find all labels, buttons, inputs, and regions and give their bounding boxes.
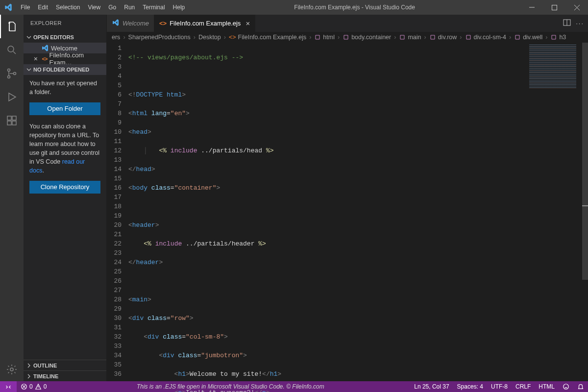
window-minimize-button[interactable] xyxy=(520,0,543,15)
svg-point-12 xyxy=(564,384,569,390)
sidebar-title: EXPLORER xyxy=(24,15,106,32)
chevron-right-icon xyxy=(25,362,32,369)
window-title: FileInfo.com Example.ejs - Visual Studio… xyxy=(189,4,520,11)
more-actions-icon[interactable]: ··· xyxy=(576,20,584,27)
section-timeline-label: TIMELINE xyxy=(33,373,58,379)
code-token: <!-- views/pages/about.ejs --> xyxy=(128,54,243,61)
window-close-button[interactable] xyxy=(565,0,588,15)
svg-point-4 xyxy=(14,73,16,75)
status-feedback-icon[interactable] xyxy=(559,381,573,392)
editor-group: Welcome <> FileInfo.com Example.ejs × ··… xyxy=(107,15,588,381)
split-editor-icon[interactable] xyxy=(563,19,571,28)
menu-edit[interactable]: Edit xyxy=(34,0,52,15)
activity-run-debug-icon[interactable] xyxy=(0,85,24,109)
status-language[interactable]: HTML xyxy=(535,381,559,392)
menu-file[interactable]: File xyxy=(17,0,34,15)
menu-run[interactable]: Run xyxy=(120,0,139,15)
close-icon[interactable]: × xyxy=(245,19,250,27)
menu-bar: File Edit Selection View Go Run Terminal… xyxy=(17,0,189,15)
symbol-icon xyxy=(550,34,557,41)
breadcrumb-item[interactable]: Desktop xyxy=(198,34,221,41)
activity-bar xyxy=(0,15,24,381)
breadcrumb-item[interactable]: html xyxy=(323,34,335,41)
section-open-editors[interactable]: OPEN EDITORS xyxy=(24,32,106,43)
sidebar-text-2b: . xyxy=(42,167,44,174)
vscode-file-icon xyxy=(41,44,49,52)
open-editor-ejs[interactable]: × <> FileInfo.com Exam… xyxy=(24,53,106,64)
svg-rect-6 xyxy=(12,116,16,120)
ejs-file-icon: <> xyxy=(159,20,167,27)
symbol-icon xyxy=(314,34,321,41)
menu-view[interactable]: View xyxy=(84,0,104,15)
menu-go[interactable]: Go xyxy=(104,0,120,15)
text-editor[interactable]: 1234567891011121314151617181920212223242… xyxy=(107,43,588,381)
svg-rect-0 xyxy=(552,5,557,10)
symbol-icon xyxy=(399,34,406,41)
section-no-folder[interactable]: NO FOLDER OPENED xyxy=(24,64,106,75)
scrollbar-thumb[interactable] xyxy=(582,43,588,280)
svg-rect-7 xyxy=(7,121,11,125)
chevron-down-icon xyxy=(25,66,32,73)
vscode-logo-icon xyxy=(0,3,17,12)
breadcrumb-item[interactable]: ers xyxy=(112,34,120,41)
activity-extensions-icon[interactable] xyxy=(0,109,24,132)
status-remote-icon[interactable] xyxy=(0,381,17,392)
open-editor-welcome-label: Welcome xyxy=(51,45,77,52)
breadcrumb-item[interactable]: h3 xyxy=(559,34,566,41)
svg-point-9 xyxy=(10,368,13,371)
sidebar-text-1: You have not yet opened a folder. xyxy=(29,79,100,97)
vertical-scrollbar[interactable] xyxy=(582,43,588,381)
tab-welcome-label: Welcome xyxy=(122,20,149,27)
window-maximize-button[interactable] xyxy=(543,0,565,15)
sidebar-explorer: EXPLORER OPEN EDITORS Welcome × <> FileI… xyxy=(24,15,107,381)
ejs-file-icon: <> xyxy=(229,34,236,41)
status-problems[interactable]: 0 0 xyxy=(17,381,50,392)
activity-explorer-icon[interactable] xyxy=(0,15,24,38)
breadcrumb-item[interactable]: SharpenedProductions xyxy=(128,34,191,41)
breadcrumb-item[interactable]: FileInfo.com Example.ejs xyxy=(238,34,307,41)
ejs-file-icon: <> xyxy=(42,56,48,62)
activity-source-control-icon[interactable] xyxy=(0,62,24,85)
section-open-editors-label: OPEN EDITORS xyxy=(33,34,74,40)
tab-ejs[interactable]: <> FileInfo.com Example.ejs × xyxy=(154,15,255,32)
svg-point-2 xyxy=(8,69,10,72)
section-outline[interactable]: OUTLINE xyxy=(24,360,106,370)
breadcrumb-item[interactable]: body.container xyxy=(351,34,391,41)
symbol-icon xyxy=(429,34,436,41)
open-folder-button[interactable]: Open Folder xyxy=(29,102,100,115)
symbol-icon xyxy=(465,34,472,41)
minimap[interactable] xyxy=(528,43,582,381)
line-number-gutter: 1234567891011121314151617181920212223242… xyxy=(107,43,128,381)
breadcrumb-item[interactable]: div.well xyxy=(523,34,542,41)
symbol-icon xyxy=(343,34,349,41)
svg-rect-8 xyxy=(12,121,16,125)
activity-search-icon[interactable] xyxy=(0,38,24,62)
sidebar-text-2: You can also clone a repository from a U… xyxy=(29,122,100,175)
close-icon[interactable]: × xyxy=(32,55,39,63)
editor-tab-bar: Welcome <> FileInfo.com Example.ejs × ··… xyxy=(107,15,588,32)
svg-rect-5 xyxy=(7,116,11,120)
section-timeline[interactable]: TIMELINE xyxy=(24,370,106,381)
breadcrumb[interactable]: ers› SharpenedProductions› Desktop› <> F… xyxy=(107,32,588,43)
breadcrumb-item[interactable]: div.row xyxy=(438,34,457,41)
svg-point-1 xyxy=(8,46,14,52)
menu-help[interactable]: Help xyxy=(169,0,189,15)
status-errors-count: 0 xyxy=(29,383,33,390)
code-area[interactable]: <!-- views/pages/about.ejs --> <!DOCTYPE… xyxy=(128,43,528,381)
menu-terminal[interactable]: Terminal xyxy=(139,0,169,15)
tab-welcome[interactable]: Welcome xyxy=(107,15,154,32)
breadcrumb-item[interactable]: main xyxy=(408,34,421,41)
menu-selection[interactable]: Selection xyxy=(52,0,84,15)
breadcrumb-item[interactable]: div.col-sm-4 xyxy=(474,34,506,41)
activity-settings-gear-icon[interactable] xyxy=(0,358,24,381)
clone-repository-button[interactable]: Clone Repository xyxy=(29,181,100,194)
window-controls xyxy=(520,0,588,15)
section-outline-label: OUTLINE xyxy=(33,363,57,368)
status-notifications-icon[interactable] xyxy=(573,381,588,392)
chevron-down-icon xyxy=(25,34,32,41)
svg-point-3 xyxy=(8,76,10,78)
tab-ejs-label: FileInfo.com Example.ejs xyxy=(170,20,241,27)
vscode-file-icon xyxy=(112,19,120,28)
section-no-folder-label: NO FOLDER OPENED xyxy=(33,67,89,73)
title-bar: File Edit Selection View Go Run Terminal… xyxy=(0,0,588,15)
